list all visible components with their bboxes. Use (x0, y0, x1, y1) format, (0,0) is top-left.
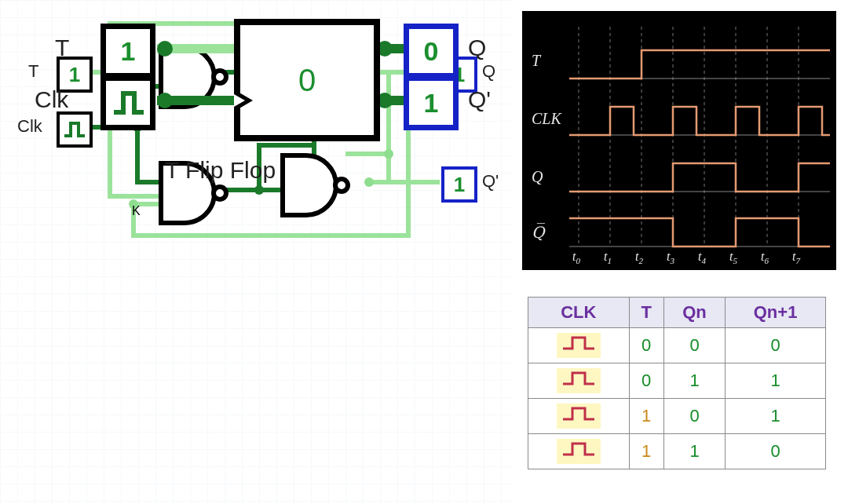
cell-Qn: 0 (663, 399, 725, 434)
diagram-title: T Flip Flop (165, 157, 276, 184)
block-label-Qbar: Q' (468, 86, 491, 113)
truth-table-panel: CLK T Qn Qn+1 000011101110 (528, 297, 826, 469)
th-clk: CLK (528, 298, 630, 328)
cell-T: 1 (629, 434, 663, 469)
tick-t1: t1 (604, 250, 612, 265)
th-qn1: Qn+1 (726, 298, 826, 328)
table-row: 011 (528, 363, 826, 399)
timing-label-Q: Q (532, 168, 543, 186)
block-label-Clk: Clk (35, 86, 68, 113)
cell-Qn1: 0 (726, 328, 826, 363)
tick-t7: t7 (792, 250, 800, 265)
block-circuit-panel: T 1 Clk 0 0 Q 1 Q' T Flip Flop (0, 0, 510, 212)
block-pin-Qbar[interactable]: 1 (404, 75, 459, 130)
cell-T: 0 (629, 363, 663, 399)
ff-state: 0 (298, 63, 316, 98)
block-pin-Q[interactable]: 0 (404, 24, 459, 79)
th-qn: Qn (663, 298, 725, 328)
tick-t3: t3 (667, 250, 674, 265)
cell-Qn: 0 (663, 328, 725, 363)
clock-edge-icon (234, 89, 253, 111)
cell-clk (528, 363, 630, 399)
timing-label-T: T (532, 52, 540, 70)
table-row: 000 (528, 328, 826, 363)
cell-T: 0 (629, 328, 663, 363)
cell-Qn1: 1 (726, 363, 826, 399)
timing-label-CLK: CLK (532, 110, 561, 128)
timing-label-Qbar: Q̅ (532, 223, 544, 242)
clock-pulse-icon (111, 89, 145, 117)
flipflop-block: 0 (234, 19, 380, 141)
truth-table: CLK T Qn Qn+1 000011101110 (528, 297, 826, 469)
block-pin-T[interactable]: 1 (101, 24, 155, 79)
th-t: T (629, 298, 663, 328)
block-label-Q: Q (468, 35, 486, 61)
cell-Qn1: 1 (726, 399, 826, 434)
tick-t5: t5 (729, 250, 737, 265)
block-pin-Clk[interactable] (101, 75, 155, 130)
cell-clk (528, 399, 630, 434)
cell-Qn1: 0 (726, 434, 826, 469)
tick-t2: t2 (635, 250, 643, 265)
table-row: 110 (528, 434, 826, 469)
cell-Qn: 1 (663, 434, 725, 469)
svg-point-16 (157, 93, 173, 108)
tick-t0: t0 (572, 250, 580, 265)
timing-diagram: T CLK Q Q̅ t0 t1 t2 t3 t4 t5 t6 t7 (522, 11, 836, 270)
cell-T: 1 (629, 399, 663, 434)
table-row: 101 (528, 399, 826, 434)
tick-t4: t4 (698, 250, 706, 265)
cell-clk (528, 328, 630, 363)
svg-point-15 (157, 41, 173, 57)
cell-clk (528, 434, 630, 469)
block-label-T: T (55, 35, 69, 61)
tick-t6: t6 (761, 250, 769, 265)
cell-Qn: 1 (663, 363, 725, 399)
